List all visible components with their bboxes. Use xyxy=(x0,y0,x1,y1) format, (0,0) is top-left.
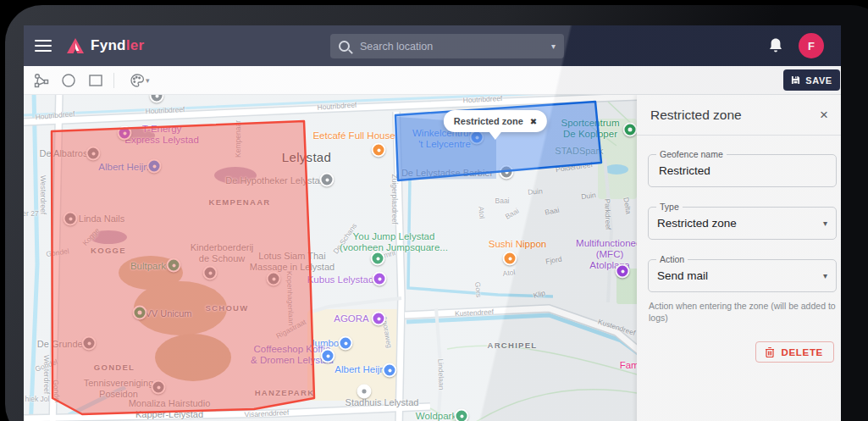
logo-text: Fyndler xyxy=(91,37,145,54)
map-poi-marker[interactable] xyxy=(147,159,162,174)
save-button[interactable]: SAVE xyxy=(783,69,840,91)
map-poi-marker[interactable] xyxy=(357,385,372,399)
top-navbar: Fyndler ▾ F xyxy=(24,25,841,66)
navbar-right: F xyxy=(768,33,824,58)
map-poi-marker[interactable] xyxy=(82,336,97,351)
map-canvas[interactable]: HoutribdreefHoutribdreefHoutribdreefHout… xyxy=(24,95,637,421)
zone-tooltip[interactable]: Restricted zone ✖ xyxy=(444,110,547,132)
map-poi-marker[interactable] xyxy=(372,312,386,326)
search-input[interactable] xyxy=(358,40,546,53)
panel-header: Restricted zone × xyxy=(637,95,841,136)
zone-color-caret-icon[interactable]: ▾ xyxy=(146,76,150,85)
delete-button-label: DELETE xyxy=(781,347,823,357)
zone-tooltip-label: Restricted zone xyxy=(454,116,523,126)
map-poi-marker[interactable] xyxy=(383,363,397,378)
draw-rectangle-tool-icon[interactable] xyxy=(85,69,107,91)
user-avatar[interactable]: F xyxy=(799,33,824,58)
delete-button[interactable]: DELETE xyxy=(755,341,834,363)
trash-icon xyxy=(765,346,775,357)
toolbar-divider xyxy=(113,73,114,88)
action-caret-icon: ▾ xyxy=(823,271,827,280)
fyndler-logo-icon xyxy=(66,37,85,54)
map-poi-marker[interactable] xyxy=(623,123,638,137)
map-poi-marker[interactable] xyxy=(167,258,181,273)
draw-polygon-tool-icon[interactable] xyxy=(30,69,53,91)
search-icon xyxy=(339,41,350,52)
type-label: Type xyxy=(656,202,683,212)
action-select[interactable]: Action Send mail ▾ xyxy=(648,259,837,292)
map-poi-marker[interactable] xyxy=(455,409,469,421)
panel-title: Restricted zone xyxy=(650,108,742,123)
map-poi-marker[interactable] xyxy=(500,165,514,180)
map-poi-marker[interactable] xyxy=(203,266,218,280)
app-logo[interactable]: Fyndler xyxy=(66,37,145,54)
geofence-settings-panel: Restricted zone × Geofence name Type Res… xyxy=(637,95,841,421)
map-poi-marker[interactable] xyxy=(267,272,281,286)
zone-tooltip-close-icon[interactable]: ✖ xyxy=(530,117,537,126)
map-poi-marker[interactable] xyxy=(320,173,334,187)
map-poi-marker[interactable] xyxy=(64,212,78,226)
action-helper-text: Action when entering the zone (will be a… xyxy=(649,301,837,324)
map-poi-marker[interactable] xyxy=(152,380,166,395)
save-floppy-icon xyxy=(791,75,800,85)
map-poi-marker[interactable] xyxy=(118,126,132,141)
map-poi-marker[interactable] xyxy=(321,349,335,363)
map-poi-marker[interactable] xyxy=(470,130,484,145)
geofence-name-label: Geofence name xyxy=(656,149,727,159)
hamburger-menu-icon[interactable] xyxy=(35,40,52,52)
map-base-layer xyxy=(24,95,637,421)
draw-circle-tool-icon[interactable] xyxy=(58,69,80,91)
map-poi-marker[interactable] xyxy=(372,143,386,158)
map-poi-marker[interactable] xyxy=(86,147,101,161)
search-bar[interactable]: ▾ xyxy=(330,34,564,58)
geofence-name-input[interactable] xyxy=(657,163,827,178)
action-label: Action xyxy=(656,254,688,264)
type-select[interactable]: Type Restricted zone ▾ xyxy=(648,207,837,240)
search-dropdown-caret-icon[interactable]: ▾ xyxy=(551,42,556,51)
drawing-toolbar: ▾ SAVE xyxy=(24,66,841,95)
notifications-bell-icon[interactable] xyxy=(768,37,783,54)
type-caret-icon: ▾ xyxy=(823,219,827,228)
type-value: Restricted zone xyxy=(657,217,823,230)
map-poi-marker[interactable] xyxy=(373,272,387,286)
map-poi-marker[interactable] xyxy=(616,264,630,279)
panel-close-icon[interactable]: × xyxy=(820,108,828,122)
geofence-name-field[interactable]: Geofence name xyxy=(648,154,837,187)
save-button-label: SAVE xyxy=(805,75,832,86)
map-poi-marker[interactable] xyxy=(371,252,385,266)
map-poi-marker[interactable] xyxy=(503,252,517,266)
map-poi-marker[interactable] xyxy=(133,306,147,320)
app-screen: Fyndler ▾ F xyxy=(24,25,841,421)
action-value: Send mail xyxy=(657,269,823,282)
device-frame: Fyndler ▾ F xyxy=(5,5,868,421)
map-poi-marker[interactable] xyxy=(339,336,353,351)
